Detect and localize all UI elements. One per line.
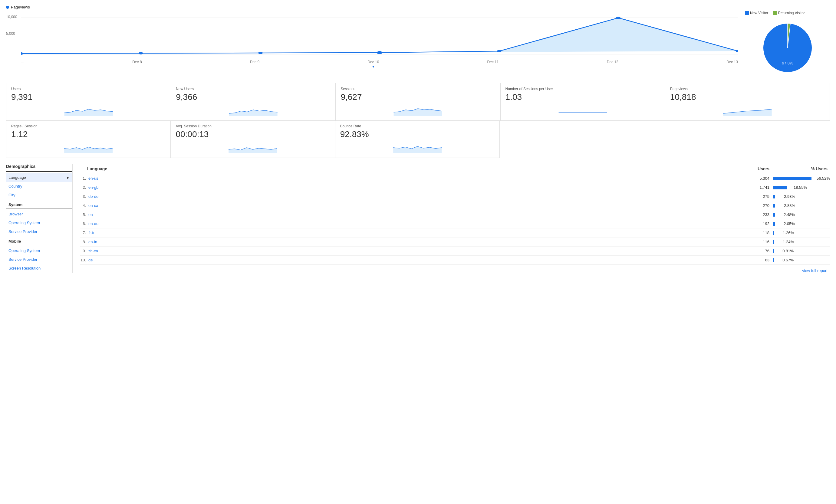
x-label-6: Dec 13 [726, 60, 738, 69]
table-row: 1. en-us 5,304 56.52% [80, 174, 830, 183]
row-num-2: 3. [80, 194, 87, 199]
metric-as-value: 00:00:13 [175, 130, 330, 139]
metric-pv-label: Pageviews [670, 87, 825, 91]
x-label-3: Dec 10 [367, 60, 379, 64]
row-lang-3[interactable]: en-ca [87, 203, 742, 208]
row-bar-pct-7: 1.24% [770, 239, 830, 244]
table-row: 2. en-gb 1,741 18.55% [80, 183, 830, 192]
table-row: 8. en-in 116 1.24% [80, 237, 830, 247]
row-bar-pct-5: 2.05% [770, 221, 830, 226]
metric-sessions-label: Sessions [341, 87, 495, 91]
metric-users-label: Users [11, 87, 166, 91]
row-bar-pct-0: 56.52% [770, 176, 830, 180]
row-lang-4[interactable]: en [87, 212, 742, 217]
row-pct-3: 2.88% [777, 203, 795, 208]
row-num-4: 5. [80, 212, 87, 217]
pie-chart-wrapper: 97.8% [745, 18, 830, 78]
svg-point-9 [616, 17, 621, 19]
demo-item-mobile-sp[interactable]: Service Provider [6, 255, 72, 264]
demo-country-label: Country [8, 184, 22, 189]
metric-ps-spark [11, 141, 166, 153]
row-lang-1[interactable]: en-gb [87, 185, 742, 190]
pie-svg: 97.8% [757, 18, 818, 78]
row-lang-8[interactable]: zh-cn [87, 249, 742, 253]
metric-bounce-rate: Bounce Rate 92.83% [335, 120, 500, 158]
table-row: 10. de 63 0.67% [80, 256, 830, 265]
metric-as-spark [175, 141, 330, 153]
row-users-5: 192 [742, 221, 770, 226]
pageviews-dot [6, 6, 9, 9]
metric-br-spark [340, 141, 495, 153]
metric-sessions-value: 9,627 [341, 92, 495, 102]
row-users-6: 118 [742, 231, 770, 235]
metric-spu-spark [506, 104, 660, 116]
language-table: Language Users % Users 1. en-us 5,304 56… [73, 164, 830, 273]
svg-point-6 [258, 52, 263, 54]
row-bar-pct-3: 2.88% [770, 203, 830, 208]
row-num-1: 2. [80, 185, 87, 190]
row-pct-2: 2.93% [777, 194, 795, 199]
row-bar-5 [773, 222, 775, 226]
metric-users-value: 9,391 [11, 92, 166, 102]
table-row: 4. en-ca 270 2.88% [80, 201, 830, 210]
row-lang-6[interactable]: fr-fr [87, 231, 742, 235]
row-pct-5: 2.05% [777, 221, 795, 226]
demo-item-browser[interactable]: Browser [6, 210, 72, 218]
returning-visitor-legend: Returning Visitor [773, 11, 805, 15]
row-num-3: 4. [80, 203, 87, 208]
metrics-row-1: Users 9,391 New Users 9,366 Sessions 9,6… [6, 83, 830, 121]
demo-sp-label: Service Provider [8, 229, 37, 234]
metric-users-spark [11, 104, 166, 116]
row-bar-pct-1: 18.55% [770, 185, 830, 190]
row-num-8: 9. [80, 249, 87, 253]
row-users-1: 1,741 [742, 185, 770, 190]
demo-item-service-provider[interactable]: Service Provider [6, 227, 72, 236]
demographics-panel: Demographics Language ► Country City Sys… [6, 164, 73, 273]
demo-item-city[interactable]: City [6, 191, 72, 199]
row-bar-pct-6: 1.26% [770, 231, 830, 235]
row-lang-7[interactable]: en-in [87, 239, 742, 244]
demo-item-country[interactable]: Country [6, 182, 72, 191]
svg-point-5 [139, 52, 143, 55]
chart-legend: Pageviews [6, 5, 738, 9]
svg-marker-22 [393, 147, 442, 153]
chart-container: 10,000 5,000 [6, 12, 738, 68]
row-lang-2[interactable]: de-de [87, 194, 742, 199]
row-users-0: 5,304 [742, 176, 770, 180]
metric-spu-value: 1.03 [506, 92, 660, 102]
row-bar-9 [773, 258, 774, 262]
row-lang-5[interactable]: en-au [87, 221, 742, 226]
row-lang-9[interactable]: de [87, 258, 742, 262]
view-full-report-link[interactable]: view full report [802, 268, 828, 273]
chart-svg [21, 12, 738, 60]
row-users-2: 275 [742, 194, 770, 199]
row-pct-4: 2.48% [777, 212, 795, 217]
svg-marker-20 [64, 147, 113, 153]
demo-screen-res-label: Screen Resolution [8, 266, 41, 270]
row-bar-pct-8: 0.81% [770, 249, 830, 253]
svg-text:97.8%: 97.8% [782, 61, 793, 65]
x-label-1: Dec 8 [132, 60, 142, 69]
metric-new-users: New Users 9,366 [171, 83, 336, 121]
table-row: 7. fr-fr 118 1.26% [80, 228, 830, 237]
mobile-section-title: Mobile [8, 239, 72, 244]
table-header: Language Users % Users [80, 164, 830, 174]
row-pct-6: 1.26% [776, 231, 794, 235]
demo-item-language[interactable]: Language ► [6, 173, 72, 182]
table-row: 9. zh-cn 76 0.81% [80, 247, 830, 256]
demo-item-mobile-os[interactable]: Operating System [6, 246, 72, 255]
row-num-7: 8. [80, 239, 87, 244]
demo-item-screen-res[interactable]: Screen Resolution [6, 264, 72, 273]
chevron-right-icon: ► [66, 176, 70, 179]
pie-chart-section: New Visitor Returning Visitor [745, 5, 830, 78]
col-header-pct: % Users [770, 167, 830, 171]
metric-ps-label: Pages / Session [11, 124, 166, 128]
row-users-4: 233 [742, 212, 770, 217]
metric-pv-spark [670, 104, 825, 116]
demo-item-os[interactable]: Operating System [6, 218, 72, 227]
row-lang-0[interactable]: en-us [87, 176, 742, 180]
svg-point-8 [497, 50, 501, 52]
main-container: Pageviews 10,000 5,000 [0, 0, 836, 278]
demo-city-label: City [8, 193, 15, 197]
svg-marker-15 [64, 109, 113, 116]
